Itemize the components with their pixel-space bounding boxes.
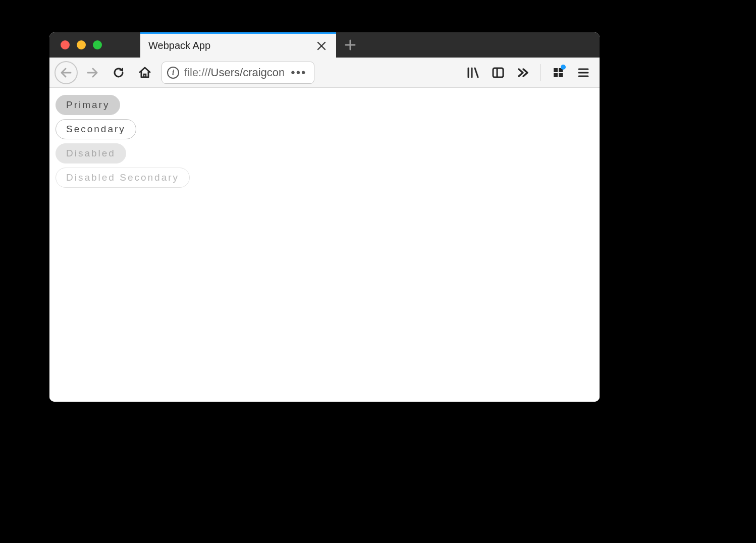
tab-strip: Webpack App (49, 32, 600, 58)
svg-rect-7 (144, 74, 146, 77)
svg-rect-13 (554, 68, 558, 72)
close-icon (317, 41, 326, 50)
address-bar[interactable]: i file:///Users/craigcondon/Developer/pu… (161, 62, 314, 84)
address-text: file:///Users/craigcondon/Developer/pub (184, 66, 284, 79)
page-actions-button[interactable]: ••• (289, 66, 308, 80)
tab-close-button[interactable] (315, 37, 328, 55)
url-path: /Users/craigcondon/Developer/pub (207, 66, 284, 79)
svg-line-10 (475, 68, 478, 77)
tab-title: Webpack App (148, 40, 315, 51)
chevrons-right-icon (516, 66, 530, 80)
disabled-button: Disabled (56, 143, 126, 164)
sidebar-icon (491, 66, 505, 80)
overflow-button[interactable] (512, 62, 534, 84)
home-button[interactable] (133, 61, 156, 84)
home-icon (138, 66, 152, 80)
reload-button[interactable] (107, 61, 130, 84)
page-viewport: Primary Secondary Disabled Disabled Seco… (49, 88, 600, 402)
sidebar-button[interactable] (487, 62, 509, 84)
forward-button[interactable] (81, 61, 104, 84)
secondary-button[interactable]: Secondary (56, 119, 136, 139)
svg-rect-16 (559, 73, 563, 77)
pocket-button[interactable] (547, 62, 569, 84)
notification-dot-icon (561, 65, 566, 70)
library-button[interactable] (462, 62, 484, 84)
window-minimize-button[interactable] (77, 40, 86, 49)
toolbar: i file:///Users/craigcondon/Developer/pu… (49, 58, 600, 88)
plus-icon (345, 39, 356, 50)
new-tab-button[interactable] (336, 32, 364, 58)
primary-button[interactable]: Primary (56, 95, 120, 115)
toolbar-separator (541, 64, 541, 81)
site-info-icon[interactable]: i (167, 67, 179, 79)
svg-rect-11 (493, 68, 503, 77)
reload-icon (112, 66, 125, 79)
svg-rect-15 (554, 73, 558, 77)
arrow-right-icon (86, 67, 98, 79)
arrow-left-icon (60, 67, 72, 79)
disabled-secondary-button: Disabled Secondary (56, 168, 190, 188)
window-close-button[interactable] (61, 40, 70, 49)
browser-window: Webpack App (49, 32, 600, 402)
window-controls (49, 32, 140, 58)
url-scheme: file:// (184, 66, 207, 79)
hamburger-icon (577, 66, 590, 79)
back-button[interactable] (55, 61, 78, 84)
app-menu-button[interactable] (572, 62, 595, 84)
browser-tab[interactable]: Webpack App (140, 32, 336, 58)
window-zoom-button[interactable] (93, 40, 102, 49)
library-icon (466, 66, 480, 80)
